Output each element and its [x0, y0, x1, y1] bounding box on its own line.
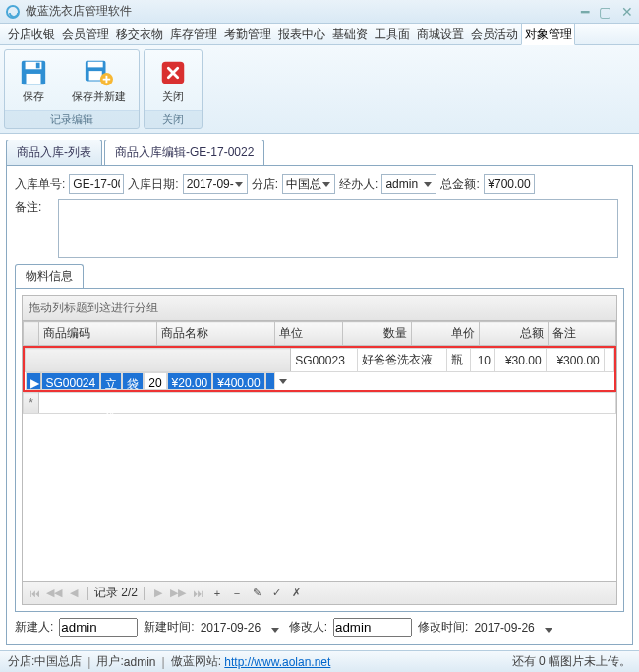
svg-rect-5 [88, 62, 103, 68]
save-label: 保存 [23, 90, 44, 103]
audit-row: 新建人: 新建时间: 2017-09-26 修改人: 修改时间: 2017-09… [15, 618, 624, 637]
col-qty[interactable]: 数量 [343, 322, 411, 346]
menu-item[interactable]: 库存管理 [166, 24, 220, 44]
ribbon-group-edit-label: 记录编辑 [5, 110, 139, 128]
mtime-select[interactable]: 2017-09-26 [474, 621, 556, 635]
materials-panel: 拖动列标题到这进行分组 商品编码 商品名称 单位 数量 单价 总额 备注 [15, 288, 624, 612]
status-user-label: 用户: [96, 653, 123, 670]
nav-label: 记录 2/2 [94, 585, 138, 601]
save-new-label: 保存并新建 [72, 90, 126, 103]
total-label: 总金额: [440, 176, 479, 193]
creator-label: 新建人: [15, 619, 53, 636]
status-site-link[interactable]: http://www.aolan.net [224, 655, 330, 669]
menu-item[interactable]: 移交衣物 [112, 24, 166, 44]
date-label: 入库日期: [128, 176, 178, 193]
status-branch-label: 分店: [8, 653, 34, 670]
window-title: 傲蓝洗衣店管理软件 [26, 3, 581, 20]
nav-del[interactable]: − [229, 586, 245, 601]
maximize-button[interactable]: ▢ [599, 4, 611, 20]
ribbon-group-close: 关闭 关闭 [144, 49, 203, 129]
minimize-button[interactable]: ━ [581, 4, 589, 20]
close-record-button[interactable]: 关闭 [148, 54, 198, 106]
menu-bar: 分店收银会员管理移交衣物库存管理考勤管理报表中心基础资工具面商城设置会员活动对象… [0, 24, 639, 45]
save-and-new-button[interactable]: 保存并新建 [62, 54, 135, 106]
menu-item[interactable]: 对象管理 [521, 24, 575, 45]
materials-grid[interactable]: 商品编码 商品名称 单位 数量 单价 总额 备注 SG00023好爸爸洗衣液瓶1… [22, 321, 617, 582]
status-user: admin [124, 655, 156, 669]
subtab-materials[interactable]: 物料信息 [15, 264, 84, 288]
menu-item[interactable]: 基础资 [328, 24, 371, 44]
creator-input[interactable] [59, 618, 138, 637]
order-no-label: 入库单号: [15, 176, 65, 193]
nav-edit[interactable]: ✎ [249, 586, 264, 601]
menu-item[interactable]: 考勤管理 [220, 24, 274, 44]
nav-last[interactable]: ⏭ [190, 586, 205, 601]
branch-label: 分店: [252, 176, 278, 193]
nav-next[interactable]: ▶ [150, 586, 166, 601]
nav-add[interactable]: + [209, 586, 225, 601]
order-no-input[interactable] [69, 174, 124, 194]
close-icon [157, 57, 189, 88]
edit-panel: 入库单号: 入库日期: 2017-09- 分店: 中国总 经办人: admin … [6, 165, 633, 645]
svg-rect-2 [27, 74, 41, 84]
document-tabs: 商品入库-列表 商品入库编辑-GE-17-0022 [6, 140, 633, 165]
nav-ok[interactable]: ✓ [268, 586, 284, 601]
status-bar: 分店: 中国总店 | 用户: admin | 傲蓝网站: http://www.… [0, 650, 639, 672]
nav-prev-page[interactable]: ◀◀ [46, 586, 62, 601]
grid-navigator: ⏮ ◀◀ ◀ 记录 2/2 ▶ ▶▶ ⏭ + − ✎ ✓ ✗ [22, 582, 617, 605]
nav-next-page[interactable]: ▶▶ [170, 586, 186, 601]
grid-rowheader [24, 322, 39, 346]
remark-textarea[interactable] [58, 199, 618, 258]
svg-rect-3 [36, 63, 40, 69]
close-label: 关闭 [162, 90, 184, 103]
tab-list[interactable]: 商品入库-列表 [6, 140, 102, 165]
nav-cancel[interactable]: ✗ [288, 586, 304, 601]
branch-select[interactable]: 中国总 [282, 174, 335, 194]
ctime-select[interactable]: 2017-09-26 [201, 621, 283, 635]
menu-item[interactable]: 会员活动 [467, 24, 521, 44]
menu-item[interactable]: 商城设置 [413, 24, 467, 44]
grid-empty-area [23, 414, 616, 581]
nav-prev[interactable]: ◀ [66, 586, 82, 601]
menu-item[interactable]: 报表中心 [274, 24, 328, 44]
group-hint: 拖动列标题到这进行分组 [22, 295, 617, 321]
remark-label: 备注: [15, 199, 54, 216]
col-price[interactable]: 单价 [411, 322, 479, 346]
ribbon-group-edit: 保存 保存并新建 记录编辑 [4, 49, 140, 129]
handler-label: 经办人: [339, 176, 378, 193]
handler-select[interactable]: admin [381, 174, 436, 194]
nav-first[interactable]: ⏮ [27, 586, 42, 601]
col-code[interactable]: 商品编码 [39, 322, 157, 346]
save-button[interactable]: 保存 [9, 54, 58, 106]
title-bar: 傲蓝洗衣店管理软件 ━ ▢ ✕ [0, 0, 639, 24]
menu-item[interactable]: 工具面 [371, 24, 413, 44]
close-button[interactable]: ✕ [621, 4, 633, 20]
grid-highlight-box: SG00023好爸爸洗衣液瓶10¥30.00¥300.00▶SG00024立白洗… [23, 346, 616, 392]
menu-item[interactable]: 会员管理 [58, 24, 112, 44]
ribbon: 保存 保存并新建 记录编辑 关闭 关闭 [0, 45, 639, 134]
col-unit[interactable]: 单位 [274, 322, 342, 346]
modifier-label: 修改人: [289, 619, 327, 636]
tab-edit[interactable]: 商品入库编辑-GE-17-0022 [104, 140, 264, 165]
save-new-icon [83, 57, 114, 88]
app-icon [6, 5, 20, 19]
mtime-label: 修改时间: [418, 619, 468, 636]
col-amount[interactable]: 总额 [480, 322, 548, 346]
ctime-label: 新建时间: [144, 619, 194, 636]
status-site-label: 傲蓝网站: [171, 653, 221, 670]
menu-item[interactable]: 分店收银 [4, 24, 58, 44]
modifier-input[interactable] [333, 618, 412, 637]
col-remark[interactable]: 备注 [548, 322, 615, 346]
table-row[interactable]: SG00023好爸爸洗衣液瓶10¥30.00¥300.00 [26, 349, 614, 372]
status-branch: 中国总店 [34, 653, 82, 670]
save-icon [18, 57, 49, 88]
ribbon-group-close-label: 关闭 [145, 110, 202, 128]
col-name[interactable]: 商品名称 [156, 322, 274, 346]
svg-rect-6 [89, 71, 102, 80]
status-tail: 还有 0 幅图片未上传。 [512, 653, 631, 670]
table-row[interactable]: ▶SG00024立白洗衣皂粉袋20¥20.00¥400.00 [26, 372, 291, 390]
date-select[interactable]: 2017-09- [183, 174, 248, 194]
total-input[interactable] [484, 174, 535, 194]
